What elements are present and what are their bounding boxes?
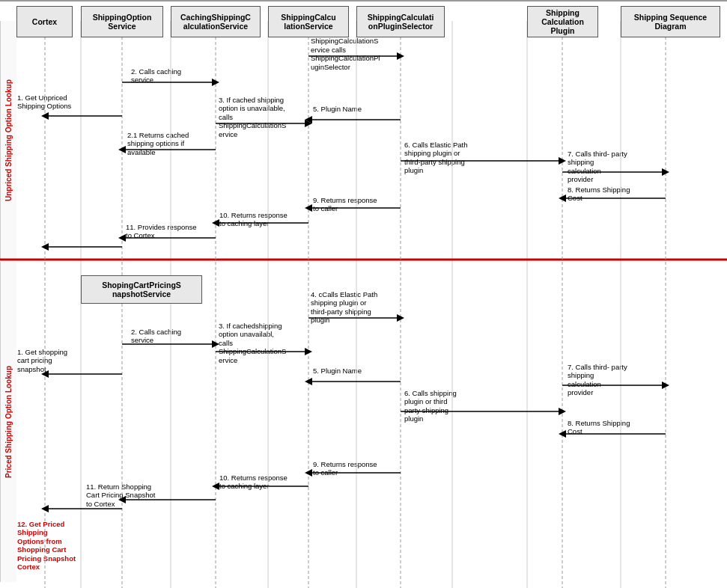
actor-shopping-cart-pricing: ShopingCartPricingSnapshotService xyxy=(81,275,202,304)
svg-marker-46 xyxy=(305,348,312,355)
actor-cortex: Cortex xyxy=(16,6,73,37)
actor-shipping-calc-plugin-selector: ShippingCalculationPluginSelector xyxy=(356,6,445,37)
svg-marker-42 xyxy=(41,370,49,378)
svg-marker-58 xyxy=(305,469,312,477)
svg-marker-16 xyxy=(41,112,49,120)
svg-marker-38 xyxy=(118,234,126,242)
actor-shipping-option-service: ShippingOptionService xyxy=(81,6,163,37)
actor-caching-shipping: CachingShippingCalculationService xyxy=(171,6,261,37)
svg-marker-40 xyxy=(41,243,49,251)
actor-third-party: Shipping Sequence Diagram xyxy=(621,6,720,37)
diagram-container: Cortex ShippingOptionService CachingShip… xyxy=(0,0,727,588)
svg-marker-64 xyxy=(41,505,49,512)
actor-shipping-calc-plugin: ShippingCalculationPlugin xyxy=(527,6,598,37)
svg-marker-62 xyxy=(118,496,126,503)
actor-shipping-calc: ShippingCalculationService xyxy=(268,6,349,37)
